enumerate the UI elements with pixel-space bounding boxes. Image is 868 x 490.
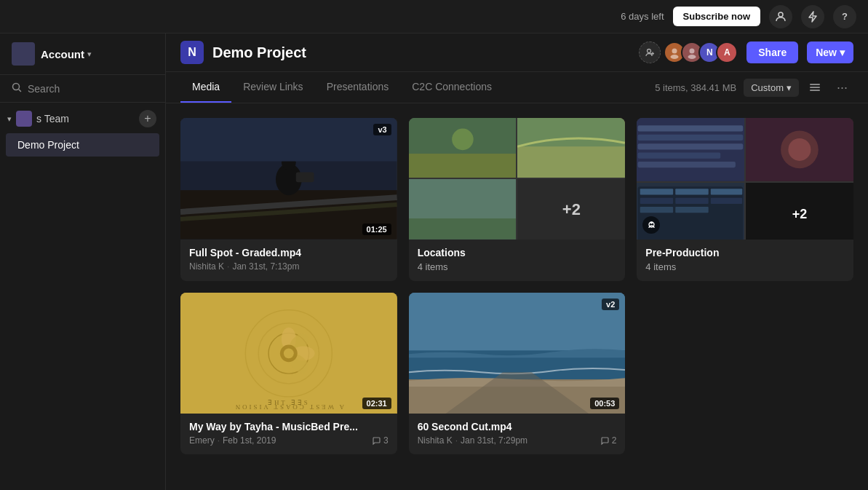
main-layout: Account ▾ Search ▾ s Team +	[0, 33, 868, 490]
svg-point-53	[284, 348, 294, 358]
svg-rect-39	[711, 197, 742, 203]
svg-rect-27	[638, 153, 721, 159]
svg-rect-40	[640, 207, 673, 213]
project-item-label: Demo Project	[17, 139, 79, 151]
svg-point-6	[688, 55, 696, 59]
media-name-preproduction: Pre-Production	[645, 247, 845, 258]
tab-review-links[interactable]: Review Links	[231, 72, 314, 103]
svg-rect-8	[810, 87, 820, 88]
sidebar-team-row: ▾ s Team +	[0, 103, 165, 132]
pc-plus-overlay: +2	[746, 183, 853, 240]
media-meta-preproduction: 4 items	[645, 261, 845, 272]
media-meta-sixty-second: Nishita K · Jan 31st, 7:29pm 2	[418, 435, 617, 446]
media-meta-locations: 4 items	[418, 261, 617, 272]
account-chevron-icon: ▾	[87, 50, 92, 59]
folder-item-count-locations: 4 items	[418, 261, 448, 272]
collage-plus-badge-locations: +2	[517, 179, 625, 239]
thumb-inner-sixty-second	[409, 293, 626, 414]
version-badge-sixty-second: v2	[602, 299, 619, 310]
media-name-my-way: My Way by Tayha - MusicBed Pre...	[189, 421, 389, 432]
sidebar: Account ▾ Search ▾ s Team +	[0, 33, 166, 490]
media-card-preproduction[interactable]: +2 Pre-Production 4 items	[637, 118, 853, 281]
svg-rect-37	[640, 197, 673, 203]
media-grid: v3 01:25 Full Spot - Graded.mp4 Nishita …	[166, 103, 868, 490]
svg-rect-28	[638, 162, 736, 167]
tab-c2c-connections[interactable]: C2C Connections	[400, 72, 503, 103]
meta-comment-my-way: 3	[372, 435, 389, 446]
media-info-locations: Locations 4 items	[409, 240, 626, 281]
media-name-full-spot: Full Spot - Graded.mp4	[189, 247, 389, 258]
tabs-bar: Media Review Links Presentations C2C Con…	[166, 72, 868, 103]
search-icon	[12, 82, 22, 95]
subscribe-button[interactable]: Subscribe now	[673, 7, 760, 26]
media-card-locations[interactable]: +2 Locations 4 items	[409, 118, 626, 281]
meta-date-sixty-second: Jan 31st, 7:29pm	[461, 435, 527, 446]
media-thumb-full-spot: v3 01:25	[180, 118, 397, 240]
sidebar-project-item[interactable]: Demo Project	[6, 133, 159, 157]
custom-sort-button[interactable]: Custom ▾	[744, 79, 799, 97]
project-icon: N	[180, 41, 204, 64]
thumb-inner-full-spot	[180, 118, 397, 240]
team-chevron-icon: ▾	[7, 114, 12, 124]
meta-author-sixty-second: Nishita K	[418, 435, 453, 446]
collage-cell-3	[409, 179, 517, 239]
custom-sort-chevron-icon: ▾	[787, 82, 792, 93]
user-icon[interactable]	[769, 5, 792, 28]
new-button[interactable]: New ▾	[807, 42, 853, 63]
member-avatars: N A	[639, 42, 738, 63]
tab-presentations[interactable]: Presentations	[315, 72, 401, 103]
add-member-button[interactable]	[639, 42, 661, 63]
list-view-button[interactable]	[806, 79, 824, 96]
svg-text:ƎHT ƎƎS: ƎHT ƎƎS	[268, 398, 310, 406]
more-options-button[interactable]: ···	[831, 77, 853, 98]
svg-point-4	[671, 55, 679, 59]
media-name-sixty-second: 60 Second Cut.mp4	[418, 421, 617, 432]
lightning-icon[interactable]	[801, 5, 824, 28]
meta-left-full-spot: Nishita K · Jan 31st, 7:13pm	[189, 261, 299, 272]
media-card-sixty-second[interactable]: v2 00:53 60 Second Cut.mp4 Nishita K · J…	[409, 293, 626, 455]
svg-rect-7	[810, 84, 820, 85]
svg-point-0	[779, 12, 783, 17]
meta-author-full-spot: Nishita K	[189, 261, 224, 272]
project-title: Demo Project	[212, 44, 630, 61]
thumb-bg-full-spot	[180, 118, 397, 240]
svg-rect-20	[517, 146, 625, 178]
help-icon[interactable]: ?	[833, 5, 856, 28]
meta-left-sixty-second: Nishita K · Jan 31st, 7:29pm	[418, 435, 527, 446]
share-button[interactable]: Share	[746, 42, 798, 63]
media-card-my-way[interactable]: A WEST COAST VISION ƎHT ƎƎS 02:31 My Way…	[180, 293, 397, 455]
svg-rect-26	[638, 143, 744, 149]
custom-sort-label: Custom	[751, 82, 784, 93]
sidebar-team-left[interactable]: ▾ s Team	[7, 111, 69, 127]
new-chevron-icon: ▾	[840, 47, 845, 58]
tab-media[interactable]: Media	[180, 72, 231, 103]
thumb-bg-my-way: A WEST COAST VISION ƎHT ƎƎS	[180, 293, 397, 414]
media-card-full-spot[interactable]: v3 01:25 Full Spot - Graded.mp4 Nishita …	[180, 118, 397, 281]
sidebar-account[interactable]: Account ▾	[0, 33, 165, 75]
collage-cell-2	[517, 118, 625, 178]
svg-rect-17	[409, 154, 517, 178]
meta-left-my-way: Emery · Feb 1st, 2019	[189, 435, 276, 446]
svg-point-18	[452, 129, 474, 151]
team-label: s Team	[36, 113, 69, 125]
new-button-label: New	[816, 47, 837, 58]
sidebar-search[interactable]: Search	[0, 75, 165, 103]
svg-rect-36	[711, 189, 742, 194]
pc-cell-1	[637, 118, 744, 181]
svg-point-1	[13, 84, 20, 90]
meta-date-my-way: Feb 1st, 2019	[223, 435, 276, 446]
item-count: 5 items, 384.41 MB	[655, 82, 736, 93]
svg-rect-34	[640, 189, 673, 194]
duration-badge-sixty-second: 00:53	[590, 398, 619, 409]
top-bar: 6 days left Subscribe now ?	[0, 0, 868, 33]
project-icon-letter: N	[188, 46, 196, 59]
media-info-preproduction: Pre-Production 4 items	[637, 240, 853, 281]
svg-point-5	[690, 49, 695, 54]
collage-cell-1	[409, 118, 517, 178]
tabs-left: Media Review Links Presentations C2C Con…	[180, 72, 503, 103]
svg-point-31	[789, 138, 811, 161]
thumb-inner-my-way: A WEST COAST VISION ƎHT ƎƎS	[180, 293, 397, 414]
tabs-right: 5 items, 384.41 MB Custom ▾ ···	[655, 77, 853, 98]
add-project-button[interactable]: +	[139, 110, 156, 127]
svg-point-2	[648, 50, 651, 53]
